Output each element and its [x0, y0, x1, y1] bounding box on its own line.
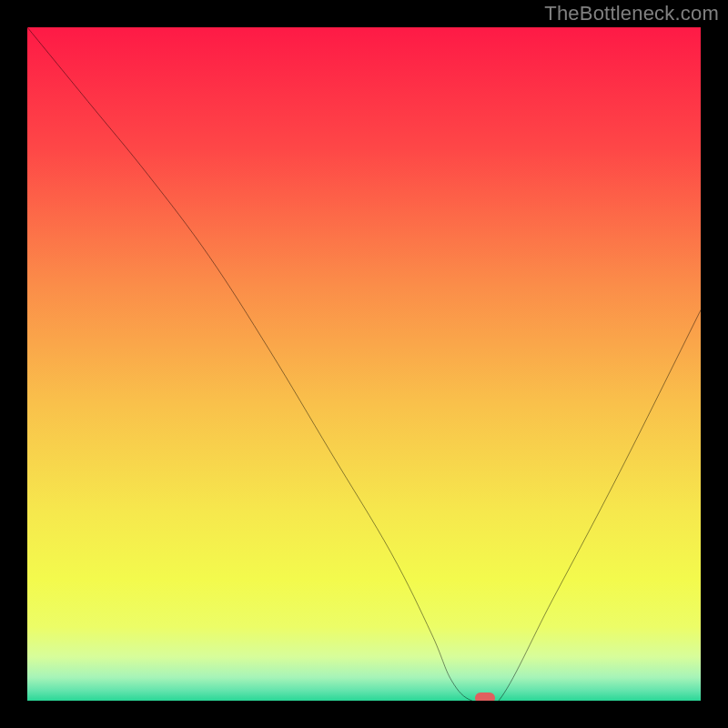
bottleneck-curve — [27, 27, 701, 701]
chart-stage: TheBottleneck.com — [0, 0, 728, 728]
plot-area — [27, 27, 701, 701]
watermark-text: TheBottleneck.com — [544, 2, 719, 25]
optimal-point-marker — [475, 693, 495, 701]
